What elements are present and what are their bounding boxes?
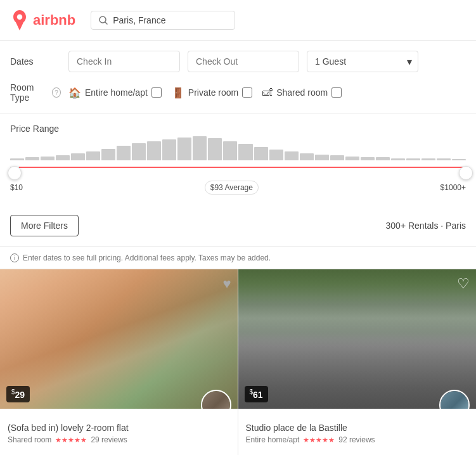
guest-select[interactable]: 1 Guest 2 Guests 3 Guests 4 Guests 5+ Gu… bbox=[307, 51, 418, 72]
price-range-label: Price Range bbox=[10, 124, 466, 134]
checkout-input[interactable] bbox=[188, 51, 299, 72]
room-option-private[interactable]: 🚪 Private room bbox=[172, 87, 252, 99]
price-value-1: 29 bbox=[15, 390, 25, 400]
histogram-bar bbox=[223, 141, 237, 160]
histogram-bar bbox=[269, 150, 283, 160]
room-type-row: Room Type ? 🏠 Entire home/apt 🚪 Private … bbox=[10, 82, 466, 103]
price-range-section: Price Range $10 $93 Average $1000+ bbox=[0, 113, 476, 205]
histogram-bar bbox=[330, 155, 344, 160]
pricing-notice: i Enter dates to see full pricing. Addit… bbox=[0, 247, 476, 269]
price-value-2: 61 bbox=[253, 390, 263, 400]
listing-title-1: (Sofa bed in) lovely 2-room flat bbox=[8, 423, 230, 433]
logo-area[interactable]: airbnb bbox=[10, 10, 75, 30]
listing-info-1: (Sofa bed in) lovely 2-room flat Shared … bbox=[0, 409, 238, 449]
price-min-label: $10 bbox=[10, 183, 23, 192]
histogram-bar bbox=[132, 143, 146, 160]
histogram-bar bbox=[41, 157, 55, 160]
listings-grid: ♥ $29 (Sofa bed in) lovely 2-room flat S… bbox=[0, 269, 476, 455]
room-options: 🏠 Entire home/apt 🚪 Private room 🛋 Share… bbox=[68, 87, 342, 99]
couch-icon: 🛋 bbox=[262, 87, 273, 98]
histogram-bar bbox=[421, 158, 435, 160]
histogram-bar bbox=[285, 151, 299, 160]
checkin-input[interactable] bbox=[68, 51, 180, 72]
room-option-shared-label: Shared room bbox=[276, 87, 328, 98]
histogram-bar bbox=[10, 158, 24, 160]
avatar-image-1 bbox=[202, 391, 230, 409]
stars-2: ★★★★★ bbox=[303, 436, 335, 444]
histogram-bar bbox=[437, 158, 451, 160]
histogram-bar bbox=[376, 157, 390, 160]
listing-image-2 bbox=[238, 269, 477, 409]
shared-checkbox[interactable] bbox=[331, 87, 342, 98]
price-avg-label: $93 Average bbox=[205, 181, 259, 195]
listing-subtitle-2: Entire home/apt ★★★★★ 92 reviews bbox=[246, 435, 469, 444]
rentals-count: 300+ Rentals · Paris bbox=[386, 221, 466, 231]
slider-container bbox=[10, 141, 466, 173]
entire-checkbox[interactable] bbox=[151, 87, 162, 98]
histogram-bar bbox=[300, 153, 314, 160]
histogram-bar bbox=[101, 149, 115, 160]
help-icon[interactable]: ? bbox=[52, 87, 61, 98]
histogram-bar bbox=[162, 139, 176, 160]
listing-image-wrap-1: ♥ $29 bbox=[0, 269, 238, 409]
avatar-image-2 bbox=[441, 391, 468, 409]
listing-subtitle-1: Shared room ★★★★★ 29 reviews bbox=[8, 435, 230, 444]
histogram-bar bbox=[71, 153, 85, 160]
search-bar[interactable] bbox=[91, 11, 235, 30]
histogram-bar bbox=[406, 158, 420, 160]
price-max-label: $1000+ bbox=[441, 183, 466, 192]
airbnb-logo-icon bbox=[10, 10, 29, 30]
histogram-bar bbox=[193, 136, 207, 160]
room-option-entire[interactable]: 🏠 Entire home/apt bbox=[68, 87, 162, 99]
histogram-bar bbox=[391, 158, 405, 160]
reviews-2: 92 reviews bbox=[338, 435, 375, 444]
pricing-notice-text: Enter dates to see full pricing. Additio… bbox=[23, 253, 271, 262]
search-icon bbox=[99, 16, 108, 25]
more-filters-bar: More Filters 300+ Rentals · Paris bbox=[0, 205, 476, 247]
histogram-bar bbox=[147, 141, 161, 160]
home-icon: 🏠 bbox=[68, 87, 81, 99]
histogram-bar bbox=[254, 147, 268, 160]
header: airbnb bbox=[0, 0, 476, 41]
favorite-button-1[interactable]: ♥ bbox=[222, 276, 231, 292]
dates-label: Dates bbox=[10, 56, 61, 67]
histogram bbox=[10, 135, 466, 160]
svg-line-1 bbox=[105, 22, 108, 24]
listing-type-2: Entire home/apt bbox=[246, 435, 300, 444]
stars-1: ★★★★★ bbox=[55, 436, 87, 444]
histogram-bar bbox=[56, 155, 70, 160]
histogram-bar bbox=[86, 151, 100, 160]
filters-section: Dates 1 Guest 2 Guests 3 Guests 4 Guests… bbox=[0, 41, 476, 113]
favorite-button-2[interactable]: ♡ bbox=[457, 276, 470, 292]
listing-type-1: Shared room bbox=[8, 435, 51, 444]
room-type-label: Room Type ? bbox=[10, 82, 61, 103]
more-filters-button[interactable]: More Filters bbox=[10, 215, 79, 236]
histogram-bar bbox=[452, 159, 466, 160]
info-icon: i bbox=[10, 253, 19, 262]
slider-thumb-min[interactable] bbox=[8, 166, 22, 180]
door-icon: 🚪 bbox=[172, 87, 184, 99]
listing-card-2[interactable]: ♡ $61 Studio place de la Bastille Entire… bbox=[238, 269, 477, 455]
listing-card[interactable]: ♥ $29 (Sofa bed in) lovely 2-room flat S… bbox=[0, 269, 238, 455]
private-checkbox[interactable] bbox=[242, 87, 252, 98]
histogram-bar bbox=[208, 138, 222, 160]
histogram-bar bbox=[25, 157, 39, 160]
price-badge-1: $29 bbox=[6, 386, 30, 402]
slider-thumb-max[interactable] bbox=[459, 166, 473, 180]
histogram-bar bbox=[238, 144, 252, 160]
reviews-1: 29 reviews bbox=[91, 435, 127, 444]
room-option-private-label: Private room bbox=[188, 87, 238, 98]
heart-outline-icon: ♡ bbox=[457, 276, 470, 292]
search-input[interactable] bbox=[113, 15, 227, 25]
listing-image-wrap-2: ♡ $61 bbox=[238, 269, 477, 409]
price-badge-2: $61 bbox=[245, 386, 268, 402]
listing-title-2: Studio place de la Bastille bbox=[246, 423, 469, 433]
logo-text: airbnb bbox=[33, 12, 75, 29]
listing-info-2: Studio place de la Bastille Entire home/… bbox=[238, 409, 477, 449]
histogram-bar bbox=[117, 146, 131, 160]
price-labels: $10 $93 Average $1000+ bbox=[10, 178, 466, 205]
histogram-bar bbox=[361, 157, 375, 160]
heart-filled-icon: ♥ bbox=[222, 276, 231, 292]
room-option-shared[interactable]: 🛋 Shared room bbox=[262, 87, 342, 99]
slider-fill bbox=[19, 167, 466, 168]
